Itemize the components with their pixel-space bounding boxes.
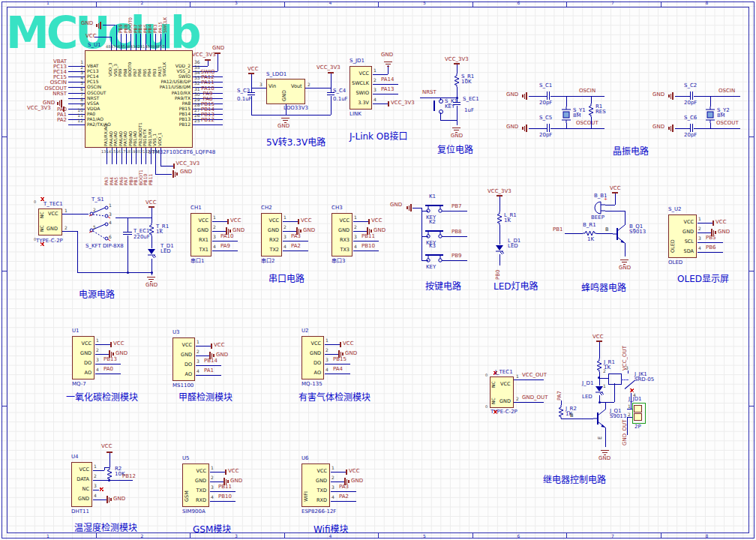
wire bbox=[95, 364, 101, 364]
pin-number: 20 bbox=[136, 150, 140, 154]
key-symbol[interactable] bbox=[424, 251, 444, 263]
key-symbol[interactable] bbox=[424, 227, 444, 239]
designator: CH3 bbox=[332, 206, 343, 212]
pin-number: 1 bbox=[196, 340, 200, 344]
net-label: PB11 bbox=[218, 484, 232, 490]
pin-number: 2 bbox=[698, 226, 701, 231]
resistor-symbol[interactable] bbox=[596, 358, 602, 372]
value-label: 20pF bbox=[684, 100, 697, 106]
transistor-symbol[interactable] bbox=[613, 224, 628, 244]
pin-name: VCC bbox=[48, 212, 58, 217]
pin-number: 3 bbox=[698, 236, 701, 241]
pin-number: 2 bbox=[94, 474, 97, 478]
resistor-symbol[interactable] bbox=[558, 405, 564, 418]
net-label: GND bbox=[146, 283, 158, 289]
net-label: GND bbox=[718, 230, 730, 236]
resistor-symbol[interactable] bbox=[583, 230, 596, 236]
resistor-symbol[interactable] bbox=[454, 74, 460, 87]
wire bbox=[547, 124, 548, 132]
zone-number: 5 bbox=[423, 0, 426, 5]
net-label: VCC bbox=[146, 200, 157, 206]
key-symbol[interactable] bbox=[424, 202, 444, 214]
pin-number: 4 bbox=[196, 369, 200, 374]
net-label: PA4 bbox=[333, 367, 343, 373]
pin-name: GND bbox=[282, 85, 287, 101]
wire bbox=[442, 260, 467, 261]
wire bbox=[93, 470, 99, 471]
resistor-symbol[interactable] bbox=[148, 223, 154, 236]
wire bbox=[103, 25, 116, 26]
relay-coil[interactable] bbox=[608, 374, 622, 385]
led-symbol[interactable] bbox=[594, 386, 604, 396]
section-title: GSM模块 bbox=[193, 522, 231, 535]
wire bbox=[625, 211, 626, 225]
gnd-symbol bbox=[522, 124, 527, 132]
section-title: 有害气体检测模块 bbox=[298, 390, 370, 403]
key-actuator[interactable] bbox=[434, 100, 435, 111]
pin-name: DO bbox=[72, 361, 92, 366]
net-label: PA2 bbox=[291, 244, 301, 250]
pin-number: 2 bbox=[516, 397, 519, 401]
led-symbol[interactable] bbox=[146, 248, 157, 259]
resistor-symbol[interactable] bbox=[588, 104, 594, 117]
value-label: KEY bbox=[445, 104, 454, 110]
pin-number: 3 bbox=[109, 212, 112, 217]
net-label: PA14 bbox=[381, 77, 394, 83]
value-label: S9013 bbox=[629, 230, 646, 236]
pin-number: 1 bbox=[213, 215, 216, 220]
pin-name: DO bbox=[172, 362, 192, 368]
wire bbox=[160, 166, 173, 166]
pin-number: 3 bbox=[260, 82, 262, 87]
pin-name: NC bbox=[491, 396, 496, 404]
wire bbox=[325, 364, 331, 364]
vcc-bar bbox=[346, 470, 347, 475]
transistor-symbol[interactable] bbox=[593, 408, 608, 429]
wire bbox=[99, 470, 104, 471]
designator: U6 bbox=[302, 456, 309, 462]
pin-number: 1 bbox=[332, 466, 334, 470]
pin-number: 1 bbox=[211, 466, 214, 470]
wire bbox=[422, 260, 428, 261]
frame-tick bbox=[2, 406, 7, 406]
pin-name: VCC bbox=[172, 343, 192, 348]
zone-number: 4 bbox=[329, 533, 332, 538]
wire bbox=[325, 374, 331, 374]
pin-name: RXD bbox=[182, 498, 206, 503]
wire bbox=[529, 128, 547, 129]
wire bbox=[212, 221, 218, 222]
net-label: PA3 bbox=[291, 234, 301, 240]
crystal-symbol[interactable] bbox=[561, 106, 572, 123]
wire bbox=[422, 211, 422, 260]
net-label: PB11 bbox=[362, 234, 375, 240]
resistor-symbol[interactable] bbox=[496, 212, 502, 225]
wire bbox=[337, 482, 344, 482]
zone-number: 1 bbox=[46, 0, 50, 5]
wire bbox=[202, 346, 211, 346]
pin-number: 22 bbox=[146, 150, 150, 154]
wire bbox=[101, 374, 121, 374]
net-label: OSCOUT bbox=[576, 121, 598, 127]
part-label: SIM900A bbox=[182, 509, 206, 515]
pin-name: VCC bbox=[500, 382, 511, 387]
net-label: VCC_3V3 bbox=[391, 100, 415, 106]
pin-name: GND bbox=[302, 478, 327, 484]
designator: J_D1 bbox=[582, 381, 593, 387]
value-label: 220uF bbox=[134, 235, 150, 241]
net-label: VCC_3V3 bbox=[176, 161, 200, 167]
pin-number: 5 bbox=[93, 225, 96, 230]
wire bbox=[704, 223, 712, 224]
designator: CH2 bbox=[261, 206, 272, 212]
vcc-bar bbox=[340, 342, 341, 347]
section-title: 甲醛检测模块 bbox=[178, 390, 232, 403]
pin-number: 2 bbox=[374, 78, 376, 82]
net-label: PA1 bbox=[204, 368, 214, 374]
frame-tick bbox=[378, 2, 379, 7]
pin-number: 2 bbox=[96, 348, 99, 352]
wire bbox=[289, 241, 308, 242]
buzzer-symbol[interactable] bbox=[590, 201, 605, 214]
wire bbox=[529, 96, 547, 97]
crystal-symbol[interactable] bbox=[705, 106, 716, 123]
net-label: OSCIN bbox=[718, 88, 735, 94]
wire bbox=[289, 221, 298, 222]
led-symbol[interactable] bbox=[494, 244, 505, 255]
